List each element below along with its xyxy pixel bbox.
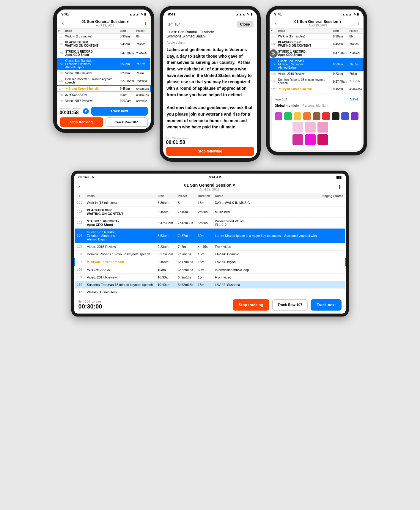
action-buttons-1: Stop tracking Track Row 107 <box>60 117 148 127</box>
time-1: 9:41 <box>62 12 69 16</box>
table-row[interactable]: 106 Dominic Roberts 15 minute keynote sp… <box>270 77 363 86</box>
tablet-battery-icon: ▮▮▮ <box>336 175 342 179</box>
tablet-header: ‹ 01 Sun General Session ▾ April 19, 201… <box>74 181 346 193</box>
tablet-carrier: Carrier <box>78 175 89 179</box>
table-row[interactable]: 101 Walk-in (15 minutes) 8:30am 8h <box>270 34 363 40</box>
table-row-highlight[interactable]: 110 Susanna Freeman 15 minute keynote sp… <box>75 281 346 288</box>
title-section-1: 01 Sun General Session ▾ April 19, 2019 <box>66 19 145 27</box>
table-row[interactable]: 103 ⟳ STUDIO 1 RECORD -Apex CEO Shoot 8:… <box>270 49 363 58</box>
table-row[interactable]: 106 Dominic Roberts 15 minute keynote sp… <box>75 250 346 258</box>
table-row-flagged-tablet[interactable]: 107 ⚑ Bryan Tarter 15m talk 9:45am 6h47m… <box>75 258 346 266</box>
location-pin-icon: ⟳ <box>272 51 275 56</box>
highlight-header: Item 104 Save <box>275 97 358 101</box>
tablet-track-row-button[interactable]: Track Row 107 <box>272 299 308 311</box>
tablet-actions: Stop tracking Track Row 107 Track next <box>233 299 342 311</box>
table-row[interactable]: 109 Video: 2017 Preview 10:30am 6h2m15s <box>57 98 150 104</box>
run-table-3: # Items Start Preset 101 Walk-in (15 min… <box>270 29 364 92</box>
tablet-col-preset: Preset <box>175 193 195 199</box>
track-next-button-1[interactable]: Track next <box>91 107 148 116</box>
signal-icon-2: ▲▲▲ <box>236 12 246 16</box>
color-swatch-large[interactable] <box>317 122 328 133</box>
item-number: Item 104 <box>167 22 181 26</box>
track-row-button-1[interactable]: Track Row 107 <box>106 117 148 127</box>
table-row-active-tablet[interactable]: 104 Guest: Bob Randall,Elizabeth Simmons… <box>75 228 346 243</box>
stop-following-button[interactable]: Stop following <box>166 147 254 156</box>
tablet-wifi-icon: ∿ <box>91 175 94 179</box>
close-button[interactable]: Close <box>237 21 254 28</box>
color-swatch-large[interactable] <box>305 134 316 145</box>
tab-global-highlight[interactable]: Global highlight <box>275 104 300 107</box>
color-row-2 <box>292 122 358 133</box>
table-row[interactable]: 102 PLACEHOLDERWAITING ON CONTENT 8:45am… <box>270 40 363 49</box>
back-button-3[interactable]: ‹ <box>273 20 279 27</box>
table-row-active-3[interactable]: 104 Guest: Bob Randall,Elizabeth Simmons… <box>270 58 363 71</box>
tablet-menu-icon[interactable]: ⫿ <box>339 184 342 190</box>
back-button-1[interactable]: ‹ <box>60 20 66 27</box>
app-header-1: ‹ 01 Sun General Session ▾ April 19, 201… <box>57 18 151 29</box>
tablet-device: Carrier ∿ 9:41 AM ▮▮▮ ‹ 01 Sun General S… <box>71 171 349 317</box>
session-date-1: April 19, 2019 <box>66 24 145 27</box>
table-row[interactable]: 103 STUDIO 1 RECORD -Apex CEO Shoot 8:47… <box>75 217 346 228</box>
table-row[interactable]: 101 Walk-in (15 minutes) 8:30am 8h <box>57 34 150 40</box>
color-swatch-large[interactable] <box>317 134 328 145</box>
table-row-flagged[interactable]: 107 ⚑ Bryan Tarter 15m talk 9:45am 6h47m… <box>270 86 363 92</box>
color-swatch[interactable] <box>341 112 349 120</box>
color-swatch[interactable] <box>332 112 339 120</box>
table-row[interactable]: 112 Walk-in (15 minutes) <box>75 288 346 296</box>
stop-tracking-button-1[interactable]: Stop tracking <box>60 117 103 127</box>
color-swatch[interactable] <box>313 112 320 120</box>
color-swatch-large[interactable] <box>292 122 303 133</box>
wifi-icon-2: ∿ <box>247 12 249 16</box>
col-preset-1: Preset <box>135 29 150 34</box>
phone-1: 9:41 ▲▲▲ ∿ ▮ ‹ 01 Sun General Session ▾ … <box>53 6 154 133</box>
table-row[interactable]: 106 Dominic Roberts 15 minute keynote sp… <box>57 76 150 86</box>
menu-icon-3[interactable]: ⫿ <box>358 21 360 26</box>
table-row[interactable]: 105 Video: 2016 Review 9:23am 7h7m <box>270 71 363 77</box>
col-items-1: Items <box>64 29 119 34</box>
col-start-3: Start <box>332 29 348 34</box>
tablet-run-time-section: Item 104 run time 00:30:00 <box>78 300 102 310</box>
tablet-col-start: Start <box>155 193 175 199</box>
table-row[interactable]: 103 STUDIO 1 RECORD -Apex CEO Shoot 8:47… <box>57 49 150 58</box>
table-row[interactable]: 108 INTERMISSION 10am 6h32m15s <box>57 92 150 98</box>
flag-icon-tablet: ⚑ <box>87 260 90 264</box>
table-row-flagged[interactable]: 107 ⚑ Bryan Tarter 15m talk 9:45am 6h47m… <box>57 86 150 92</box>
table-row[interactable]: 108 INTERMISSION 10am 6h32m15s 30m Inter… <box>75 266 346 274</box>
table-row[interactable]: 102 PLACEHOLDERWAITING ON CONTENT 8:45am… <box>57 40 150 49</box>
color-swatch[interactable] <box>303 112 311 120</box>
save-button[interactable]: Save <box>350 97 358 101</box>
status-bar-1: 9:41 ▲▲▲ ∿ ▮ <box>57 10 151 18</box>
app-header-3: ‹ 01 Sun General Session ▾ April 19, 201… <box>270 18 364 29</box>
title-section-3: 01 Sun General Session ▾ April 19, 2019 <box>279 19 358 27</box>
color-swatch[interactable] <box>294 112 301 120</box>
highlight-tabs: Global highlight Personal highlight <box>275 104 358 109</box>
color-swatch[interactable] <box>275 112 282 120</box>
table-row[interactable]: 105 Video: 2016 Review 9:23am 7h7m 4m45s… <box>75 243 346 250</box>
color-swatch[interactable] <box>284 112 292 120</box>
tablet-track-next-button[interactable]: Track next <box>311 299 342 311</box>
table-row[interactable]: 101 Walk-in (15 minutes) 8:30am 8h 15m D… <box>75 199 346 206</box>
session-date-3: April 19, 2019 <box>279 24 358 27</box>
col-start-1: Start <box>119 29 135 34</box>
color-swatch[interactable] <box>322 112 330 120</box>
phone-2-screen: 9:41 ▲▲▲ ∿ ▮ Item 104 Close Guest: Bob R… <box>163 10 257 158</box>
status-icons-2: ▲▲▲ ∿ ▮ <box>236 12 252 16</box>
table-row[interactable]: 109 Video: 2017 Preview 10:30am 6h2m15s … <box>75 273 346 281</box>
tablet-col-items: Items <box>84 193 155 199</box>
tablet-time: 9:41 AM <box>209 175 221 179</box>
color-swatch-large[interactable] <box>305 122 316 133</box>
tab-personal-highlight[interactable]: Personal highlight <box>302 104 328 107</box>
tablet-section: Carrier ∿ 9:41 AM ▮▮▮ ‹ 01 Sun General S… <box>6 171 414 317</box>
menu-icon-1[interactable]: ⫿ <box>145 21 147 26</box>
status-bar-2: 9:41 ▲▲▲ ∿ ▮ <box>163 10 257 18</box>
table-row[interactable]: 105 Video: 2016 Review 9:23am 7h7m <box>57 70 150 76</box>
tablet-status-bar: Carrier ∿ 9:41 AM ▮▮▮ <box>74 174 346 181</box>
tablet-stop-tracking-button[interactable]: Stop tracking <box>233 299 269 311</box>
color-swatch[interactable] <box>351 112 358 120</box>
color-swatch-large[interactable] <box>292 134 303 145</box>
col-preset-3: Preset <box>348 29 363 34</box>
expand-button-1[interactable]: ▼ <box>83 108 89 114</box>
table-row[interactable]: 102 PLACEHOLDERWAITING ON CONTENT 8:45am… <box>75 206 346 217</box>
table-row-active[interactable]: 104 Guest: Bob Randall,Elizabeth Simmons… <box>57 58 150 70</box>
tablet-bottom-bar: Item 104 run time 00:30:00 Stop tracking… <box>74 296 346 314</box>
